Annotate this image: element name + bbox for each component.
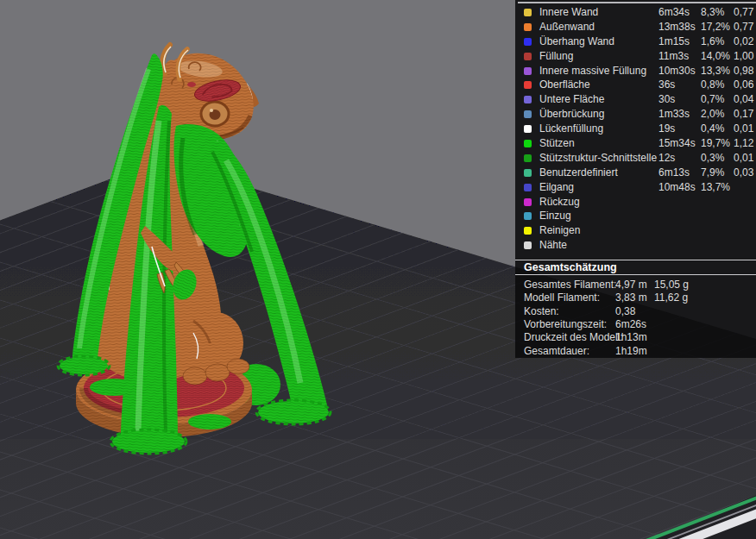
summary-row: Gesamtdauer: 1h19m <box>515 344 756 357</box>
panel-top-border <box>518 2 756 3</box>
legend-row[interactable]: Einzug <box>515 209 756 223</box>
summary-value1: 4,97 m <box>615 279 654 291</box>
summary-label: Gesamtdauer: <box>524 345 615 357</box>
summary-value1: 1h19m <box>615 345 654 357</box>
feature-label: Eilgang <box>539 180 658 195</box>
feature-percent: 19,7% <box>701 136 734 151</box>
feature-length: 0,77 m <box>734 20 756 34</box>
feature-label: Füllung <box>539 49 658 64</box>
feature-color-swatch <box>524 140 532 147</box>
feature-color-swatch <box>524 198 532 206</box>
feature-color-swatch <box>524 241 532 249</box>
legend-row[interactable]: Lückenfüllung 19s 0,4% 0,01 m <box>515 122 756 136</box>
feature-label: Oberfläche <box>539 78 658 92</box>
feature-percent: 17,2% <box>701 20 734 34</box>
feature-color-swatch <box>524 154 532 162</box>
feature-color-swatch <box>524 227 532 235</box>
feature-label: Reinigen <box>539 223 658 238</box>
feature-length: 0,17 m <box>734 107 756 122</box>
legend-row[interactable]: Innere Wand 6m34s 8,3% 0,77 m <box>515 5 756 20</box>
feature-color-swatch <box>524 184 532 191</box>
feature-length: 0,06 m <box>734 78 756 92</box>
feature-time: 15m34s <box>658 136 701 151</box>
feature-color-swatch <box>524 81 532 89</box>
feature-color-swatch <box>524 53 532 60</box>
feature-time: 10m30s <box>658 64 701 78</box>
feature-label: Überhang Wand <box>539 34 658 49</box>
slicer-preview-window: Innere Wand 6m34s 8,3% 0,77 m Außenwand … <box>0 0 756 539</box>
legend-row[interactable]: Oberfläche 36s 0,8% 0,06 m <box>515 78 756 92</box>
feature-percent: 0,7% <box>701 92 734 107</box>
summary-value2: 11,62 g <box>654 291 688 304</box>
feature-color-swatch <box>524 96 532 103</box>
feature-time: 6m34s <box>658 5 701 20</box>
legend-row[interactable]: Rückzug <box>515 195 756 210</box>
summary-label: Druckzeit des Modell: <box>524 331 615 343</box>
summary-value1: 1h13m <box>615 331 654 343</box>
summary-row: Modell Filament: 3,83 m 11,62 g <box>515 291 756 304</box>
legend-row[interactable]: Stützstruktur-Schnittstelle 12s 0,3% 0,0… <box>515 151 756 166</box>
legend-row[interactable]: Reinigen <box>515 223 756 238</box>
legend-row[interactable]: Stützen 15m34s 19,7% 1,12 m <box>515 136 756 151</box>
feature-label: Rückzug <box>539 195 658 210</box>
feature-color-swatch <box>524 110 532 118</box>
summary-row: Gesamtes Filament: 4,97 m 15,05 g <box>515 278 756 291</box>
feature-percent: 14,0% <box>701 49 734 64</box>
feature-color-swatch <box>524 9 532 16</box>
summary-separator-bottom <box>515 274 756 275</box>
legend-row[interactable]: Füllung 11m3s 14,0% 1,00 m <box>515 49 756 64</box>
legend-row[interactable]: Eilgang 10m48s 13,7% <box>515 180 756 195</box>
summary-value1: 0,38 <box>615 305 654 317</box>
legend-row[interactable]: Benutzerdefiniert 6m13s 7,9% 0,03 m <box>515 166 756 180</box>
feature-legend: Innere Wand 6m34s 8,3% 0,77 m Außenwand … <box>515 0 756 253</box>
feature-percent: 0,4% <box>701 122 734 136</box>
feature-color-swatch <box>524 67 532 75</box>
feature-percent: 0,8% <box>701 78 734 92</box>
feature-percent: 13,7% <box>701 180 734 195</box>
summary-value2: 15,05 g <box>654 279 689 291</box>
legend-row[interactable]: Nähte <box>515 238 756 253</box>
feature-time: 12s <box>658 151 701 166</box>
feature-color-swatch <box>524 169 532 177</box>
feature-percent: 0,3% <box>701 151 734 166</box>
summary-value1: 6m26s <box>615 318 654 330</box>
summary-row: Kosten: 0,38 <box>515 304 756 317</box>
feature-label: Benutzerdefiniert <box>539 166 658 180</box>
legend-row[interactable]: Untere Fläche 30s 0,7% 0,04 m <box>515 92 756 107</box>
summary-row: Druckzeit des Modell: 1h13m <box>515 331 756 344</box>
feature-color-swatch <box>524 125 532 133</box>
feature-time: 1m33s <box>658 107 701 122</box>
summary-title: Gesamtschätzung <box>515 260 756 274</box>
feature-length: 0,04 m <box>734 92 756 107</box>
summary-label: Kosten: <box>524 305 615 317</box>
feature-label: Außenwand <box>539 20 658 34</box>
feature-label: Untere Fläche <box>539 92 658 107</box>
summary-row: Vorbereitungszeit: 6m26s <box>515 317 756 330</box>
feature-label: Überbrückung <box>539 107 658 122</box>
feature-label: Stützstruktur-Schnittstelle <box>539 151 658 166</box>
feature-color-swatch <box>524 212 532 220</box>
feature-time: 36s <box>658 78 701 92</box>
feature-percent: 13,3% <box>701 64 734 78</box>
feature-percent: 7,9% <box>701 166 734 180</box>
summary-value1: 3,83 m <box>615 291 654 304</box>
summary-table: Gesamtes Filament: 4,97 m 15,05 g Modell… <box>515 278 756 357</box>
feature-label: Innere Wand <box>539 5 658 20</box>
feature-time: 13m38s <box>658 20 701 34</box>
feature-time: 11m3s <box>658 49 701 64</box>
feature-label: Lückenfüllung <box>539 122 658 136</box>
feature-length: 0,01 m <box>734 151 756 166</box>
legend-row[interactable]: Innere massive Füllung 10m30s 13,3% 0,98… <box>515 64 756 78</box>
feature-length: 0,02 m <box>734 34 756 49</box>
legend-row[interactable]: Außenwand 13m38s 17,2% 0,77 m <box>515 20 756 34</box>
feature-time: 6m13s <box>658 166 701 180</box>
feature-length: 0,98 m <box>734 64 756 78</box>
feature-length: 1,00 m <box>734 49 756 64</box>
feature-percent: 1,6% <box>701 34 734 49</box>
summary-label: Vorbereitungszeit: <box>524 318 615 330</box>
feature-percent: 8,3% <box>701 5 734 20</box>
legend-row[interactable]: Überbrückung 1m33s 2,0% 0,17 m <box>515 107 756 122</box>
legend-row[interactable]: Überhang Wand 1m15s 1,6% 0,02 m <box>515 34 756 49</box>
summary-label: Gesamtes Filament: <box>524 279 615 291</box>
summary-label: Modell Filament: <box>524 291 615 304</box>
